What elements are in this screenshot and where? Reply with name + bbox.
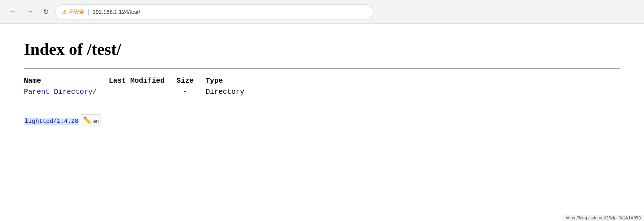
- ime-icon: ✏️: [83, 116, 92, 124]
- top-divider: [24, 68, 620, 69]
- col-header-size: Size: [177, 75, 206, 86]
- col-header-name: Name: [24, 75, 109, 86]
- address-divider: |: [87, 8, 89, 16]
- ime-label: en: [93, 118, 99, 124]
- address-bar[interactable]: ⚠ 不安全 | 192.168.1.124/test/: [55, 4, 373, 19]
- col-header-modified: Last Modified: [109, 75, 177, 86]
- file-type-cell: Directory: [206, 86, 256, 97]
- status-bar: https://blog.csdn.net/25zip_%1A1A950: [563, 215, 644, 221]
- security-indicator: ⚠ 不安全: [62, 8, 84, 16]
- table-header-row: Name Last Modified Size Type: [24, 75, 256, 86]
- url-text: 192.168.1.124/test/: [93, 9, 367, 15]
- file-table: Name Last Modified Size Type Parent Dire…: [24, 75, 256, 97]
- page-content: Index of /test/ Name Last Modified Size …: [0, 24, 644, 221]
- server-info: lighttpd/1.4.28: [24, 118, 79, 125]
- file-size-cell: -: [177, 86, 206, 97]
- back-button[interactable]: ←: [6, 5, 20, 18]
- reload-button[interactable]: ↻: [40, 5, 52, 19]
- browser-chrome: ← → ↻ ⚠ 不安全 | 192.168.1.124/test/: [0, 0, 644, 24]
- bottom-divider: [24, 104, 620, 104]
- page-title: Index of /test/: [24, 40, 620, 59]
- ime-widget[interactable]: ✏️ en: [81, 114, 101, 126]
- file-name-cell: Parent Directory/: [24, 86, 109, 97]
- file-modified-cell: [109, 86, 177, 97]
- forward-button[interactable]: →: [23, 5, 37, 18]
- parent-directory-link[interactable]: Parent Directory/: [24, 88, 97, 96]
- warning-icon: ⚠: [62, 9, 67, 15]
- table-row: Parent Directory/ - Directory: [24, 86, 256, 97]
- security-text: 不安全: [69, 8, 84, 16]
- col-header-type: Type: [206, 75, 256, 86]
